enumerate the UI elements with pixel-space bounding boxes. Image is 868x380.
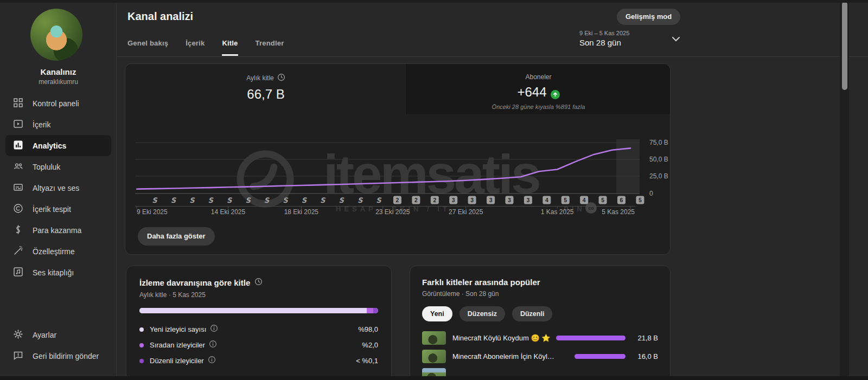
sidebar-item-topluluk[interactable]: Topluluk [0, 156, 117, 177]
shorts-publish-marker-icon: S [152, 196, 158, 204]
video-title: Minecraft Köylü Koydum 😊 ⭐ [452, 334, 555, 342]
chart-markers-group: SSSSSSSSSSSSS22233333454565 [152, 196, 644, 205]
svg-text:2: 2 [396, 197, 399, 203]
last-day-highlight [616, 139, 640, 194]
video-row[interactable]: Minecraft Köylü Koydum 😊 ⭐ 21,8 B [422, 329, 658, 347]
video-row[interactable]: Minecraft Abonelerim İçin Köylü Koydum… … [422, 347, 658, 365]
x-axis-label: 18 Eki 2025 [284, 208, 319, 216]
sidebar-item-label: Özelleştirme [33, 247, 75, 256]
sidebar-item-label: Geri bildirim gönder [33, 352, 99, 360]
popular-audiences-card: Farklı kitleler arasında popüler Görüntü… [410, 266, 671, 380]
sidebar-item-label: Altyazı ve ses [33, 184, 79, 192]
scrollbar-thumb[interactable] [842, 2, 847, 90]
behavior-legend: Yeni izleyici sayısı %98,0 Sıradan izley… [139, 321, 378, 369]
feedback-icon [13, 350, 23, 362]
sidebar-item-label: Ses kitaplığı [33, 268, 74, 277]
copyright-icon [13, 203, 23, 215]
svg-text:50,0 B: 50,0 B [649, 156, 668, 163]
sidebar-item-label: Topluluk [33, 163, 60, 171]
x-axis-label: 27 Eki 2025 [449, 208, 483, 216]
info-icon[interactable] [210, 324, 218, 334]
svg-text:3: 3 [508, 197, 511, 203]
channel-name: Kanalınız [0, 67, 117, 76]
sidebar-item-ozellestirme[interactable]: Özelleştirme [0, 241, 117, 262]
shorts-publish-marker-icon: S [283, 196, 289, 204]
sidebar-item-icerik[interactable]: İçerik [0, 114, 117, 135]
scrollbar-track[interactable] [840, 0, 849, 380]
svg-text:3: 3 [489, 197, 493, 203]
y-axis-labels: 75,0 B 50,0 B 25,0 B 0 [649, 139, 668, 197]
metric-monthly-audience[interactable]: Aylık kitle 66,7 B [125, 64, 406, 114]
legend-dot [139, 359, 144, 363]
shorts-publish-marker-icon: S [171, 196, 177, 204]
chevron-down-icon[interactable] [671, 35, 681, 46]
video-views: 16,0 B [633, 352, 658, 360]
subscribers-delta-note: Önceki 28 güne kıyasla %891 fazla [407, 104, 670, 110]
info-icon[interactable] [209, 340, 217, 350]
card-subtitle: Görüntüleme · Son 28 gün [422, 290, 658, 298]
advanced-mode-button[interactable]: Gelişmiş mod [617, 9, 680, 25]
sidebar-item-label: Analytics [33, 141, 66, 150]
info-icon[interactable] [208, 356, 216, 366]
audience-line-chart[interactable]: SSSSSSSSSSSSS22233333454565 9 Eki 202514… [125, 114, 670, 226]
chip-duzensiz[interactable]: Düzensiz [459, 306, 505, 321]
metric-subscribers[interactable]: Aboneler +644 Önceki 28 güne kıyasla %89… [406, 64, 670, 114]
subscribers-value: +644 [517, 85, 546, 99]
sidebar-item-icerik-tespit[interactable]: İçerik tespit [0, 198, 117, 220]
watch-behavior-card: İzleme davranışına göre kitle Aylık kitl… [126, 266, 392, 380]
svg-text:6: 6 [620, 197, 623, 203]
legend-value: < %0,1 [356, 357, 378, 365]
channel-avatar[interactable] [30, 9, 82, 61]
sidebar-item-label: Ayarlar [33, 331, 56, 339]
behavior-bar-segment [139, 308, 367, 313]
video-title: Minecraft Abonelerim İçin Köylü Koydum… [452, 352, 555, 360]
shorts-publish-marker-icon: S [245, 196, 251, 204]
window-top-edge [0, 0, 868, 3]
clock-icon [277, 73, 285, 83]
audience-overview-card: Aylık kitle 66,7 B Aboneler +644 Önceki … [125, 63, 671, 255]
sidebar-item-ses-kitapligi[interactable]: Ses kitaplığı [0, 262, 117, 283]
sidebar-item-label: İçerik tespit [33, 205, 71, 214]
legend-label: Yeni izleyici sayısı [150, 325, 206, 333]
tab-genel-bakis[interactable]: Genel bakış [127, 39, 168, 56]
shorts-publish-marker-icon: S [227, 196, 233, 204]
tab-kitle[interactable]: Kitle [222, 39, 238, 56]
header-divider [117, 56, 868, 57]
chip-duzenli[interactable]: Düzenli [512, 306, 552, 321]
sidebar-item-kontrol-paneli[interactable]: Kontrol paneli [0, 93, 117, 114]
behavior-bar-segment [367, 308, 373, 313]
channel-handle: meraklıkumru [0, 78, 117, 86]
audio-library-icon [13, 267, 23, 279]
community-icon [13, 161, 23, 173]
audience-stacked-bar [139, 308, 378, 313]
sidebar-item-label: İçerik [33, 120, 50, 129]
shorts-publish-marker-icon: S [264, 196, 270, 204]
up-arrow-badge-icon [551, 90, 560, 99]
x-axis-label: 5 Kas 2025 [602, 208, 635, 216]
sidebar-item-analytics[interactable]: Analytics [5, 135, 111, 156]
svg-text:3: 3 [470, 197, 474, 203]
legend-row-duzenli: Düzenli izleyiciler < %0,1 [139, 353, 378, 369]
metric-label: Aylık kitle [246, 74, 273, 82]
page-title: Kanal analizi [127, 10, 193, 23]
chip-yeni[interactable]: Yeni [422, 306, 452, 321]
sidebar-item-label: Kontrol paneli [33, 99, 79, 108]
tab-icerik[interactable]: İçerik [186, 39, 205, 56]
sidebar-item-ayarlar[interactable]: Ayarlar [0, 324, 117, 345]
sidebar-item-para-kazanma[interactable]: Para kazanma [0, 220, 117, 241]
date-period-text: Son 28 gün [579, 38, 629, 47]
sidebar-item-geri-bildirim[interactable]: Geri bildirim gönder [0, 345, 117, 366]
svg-text:4: 4 [583, 197, 586, 203]
legend-label: Düzenli izleyiciler [150, 357, 204, 365]
svg-text:25,0 B: 25,0 B [649, 172, 668, 180]
legend-row-siradan: Sıradan izleyiciler %2,0 [139, 337, 378, 353]
sidebar-item-altyazi-ve-ses[interactable]: Altyazı ve ses [0, 177, 117, 198]
clock-icon [254, 278, 263, 288]
tab-trendler[interactable]: Trendler [256, 39, 284, 56]
show-more-button[interactable]: Daha fazla göster [138, 227, 215, 246]
svg-text:0: 0 [649, 190, 653, 197]
date-range-picker[interactable]: 9 Eki – 5 Kas 2025 Son 28 gün [579, 30, 629, 47]
x-axis-label: 23 Eki 2025 [375, 208, 410, 216]
svg-text:3: 3 [526, 197, 529, 203]
svg-text:5: 5 [639, 197, 642, 203]
